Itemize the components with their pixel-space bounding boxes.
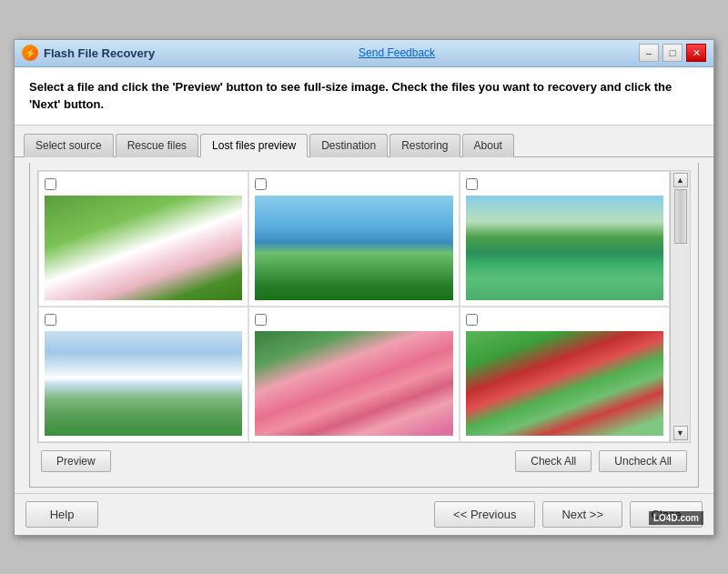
bottom-bar: Help << Previous Next >> Close [15,493,713,535]
image-cell-1 [38,171,248,307]
check-all-button[interactable]: Check All [515,450,592,472]
tab-destination[interactable]: Destination [309,134,388,157]
window-title: Flash File Recovery [44,46,155,60]
minimize-button[interactable]: – [639,44,659,62]
previous-button[interactable]: << Previous [434,501,535,528]
help-button[interactable]: Help [25,501,98,528]
tab-rescue-files[interactable]: Rescue files [116,134,198,157]
image-checkbox-1[interactable] [45,178,56,190]
checkbox-row-5 [255,313,267,327]
tab-select-source[interactable]: Select source [24,134,114,157]
image-cell-5 [248,307,459,442]
watermark: LO4D.com [649,511,703,525]
next-button[interactable]: Next >> [542,501,622,528]
image-checkbox-2[interactable] [255,178,267,190]
image-cell-6 [460,307,670,442]
uncheck-all-button[interactable]: Uncheck All [599,450,687,472]
instruction-text: Select a file and click the 'Preview' bu… [29,80,672,112]
tab-lost-files-preview[interactable]: Lost files preview [200,134,308,157]
scroll-up-button[interactable]: ▲ [673,173,688,187]
instruction-area: Select a file and click the 'Preview' bu… [15,67,713,126]
image-2[interactable] [255,196,452,300]
preview-button[interactable]: Preview [41,450,111,472]
action-bar: Preview Check All Uncheck All [37,443,691,479]
title-controls: – □ ✕ [639,44,706,62]
content-panel: ▲ ▼ Preview Check All Uncheck All [15,157,713,493]
image-checkbox-6[interactable] [466,314,478,326]
image-checkbox-3[interactable] [466,178,478,190]
maximize-button[interactable]: □ [662,44,682,62]
checkbox-row-1 [45,177,56,192]
image-6[interactable] [466,331,663,436]
scrollbar: ▲ ▼ [670,171,690,442]
send-feedback-link[interactable]: Send Feedback [359,46,435,59]
window-close-button[interactable]: ✕ [686,44,706,62]
image-checkbox-4[interactable] [45,314,56,326]
checkbox-row-3 [466,177,478,192]
title-bar-left: ⚡ Flash File Recovery [22,45,155,61]
scroll-thumb[interactable] [674,189,687,244]
image-3[interactable] [466,196,663,300]
images-panel: ▲ ▼ Preview Check All Uncheck All [29,163,699,488]
checkbox-row-4 [45,313,56,327]
main-window: ⚡ Flash File Recovery Send Feedback – □ … [14,39,714,536]
images-grid [38,171,670,442]
image-cell-4 [38,307,248,442]
scroll-down-button[interactable]: ▼ [673,426,688,440]
app-icon: ⚡ [22,45,38,61]
image-5[interactable] [255,331,452,436]
tab-about[interactable]: About [462,134,514,157]
image-cell-3 [460,171,670,307]
tabs-bar: Select source Rescue files Lost files pr… [15,126,713,157]
images-container: ▲ ▼ [37,170,691,443]
image-1[interactable] [45,196,242,300]
checkbox-row-2 [255,177,267,192]
image-checkbox-5[interactable] [255,314,267,326]
title-bar: ⚡ Flash File Recovery Send Feedback – □ … [15,40,713,67]
image-cell-2 [248,171,459,307]
checkbox-row-6 [466,313,478,327]
tab-restoring[interactable]: Restoring [389,134,460,157]
image-4[interactable] [45,331,242,436]
